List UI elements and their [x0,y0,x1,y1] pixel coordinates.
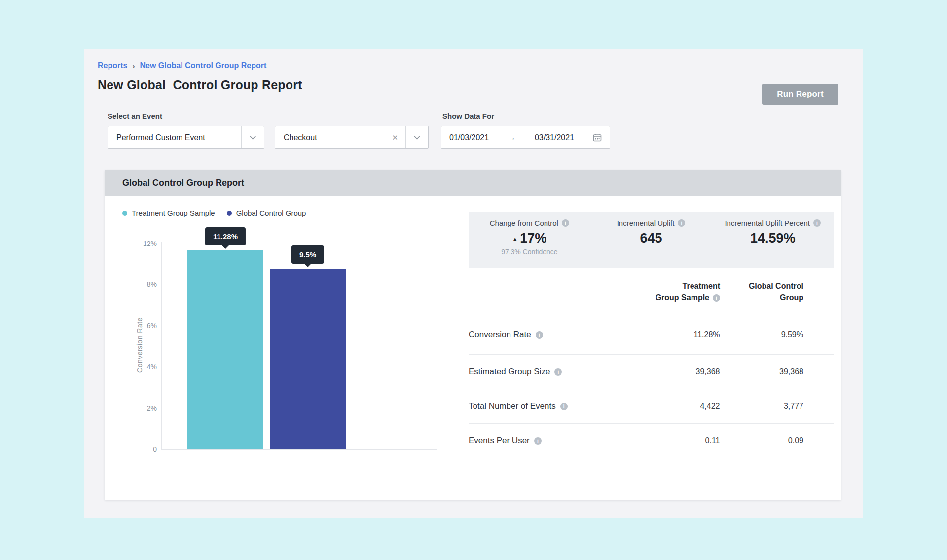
bar-value-tooltip: 9.5% [291,245,324,264]
treatment-value: 39,368 [640,354,729,389]
summary-stats: Change from Control i ▲17% 97.3% Confide… [469,212,834,268]
row-label: Conversion Ratei [469,315,640,354]
info-icon[interactable]: i [713,294,720,302]
control-value: 9.59% [729,315,834,354]
table-header-row: Treatment Group Samplei Global Control G… [469,275,834,315]
arrow-right-icon: → [508,133,516,142]
y-tick: 0 [153,445,157,453]
up-triangle-icon: ▲ [512,236,518,243]
column-header-control: Global Control Group [729,275,834,315]
info-icon[interactable]: i [536,331,543,339]
show-data-for-label: Show Data For [442,112,494,120]
empty-header-cell [469,275,640,315]
y-tick: 4% [147,363,157,371]
control-value: 3,777 [729,389,834,423]
bar-treatment-group [187,250,263,449]
bar-chart: 11.28% 9.5% [161,242,437,450]
report-panel: Global Control Group Report Treatment Gr… [105,170,841,500]
breadcrumb-link-current[interactable]: New Global Control Group Report [140,61,266,70]
stat-change-from-control: Change from Control i ▲17% 97.3% Confide… [469,219,590,268]
stat-label: Incremental Uplift i [590,219,712,227]
stat-label: Incremental Uplift Percent i [712,219,834,227]
treatment-value: 0.11 [640,423,729,458]
breadcrumb-link-reports[interactable]: Reports [98,61,127,70]
treatment-value: 11.28% [640,315,729,354]
stat-value: 645 [590,231,712,246]
confidence-text: 97.3% Confidence [469,248,590,256]
row-label: Total Number of Eventsi [469,389,640,423]
event-value: Checkout [284,133,317,142]
info-icon[interactable]: i [562,219,569,227]
y-tick: 2% [147,404,157,412]
treatment-value: 4,422 [640,389,729,423]
report-card: Reports › New Global Control Group Repor… [84,49,863,518]
run-report-button[interactable]: Run Report [762,84,838,105]
y-tick: 8% [147,280,157,288]
date-end-value[interactable]: 03/31/2021 [535,133,574,142]
control-value: 0.09 [729,423,834,458]
legend-item-control: Global Control Group [227,209,306,217]
chevron-down-icon[interactable] [242,126,264,148]
clear-icon[interactable]: ✕ [384,133,405,142]
control-value: 39,368 [729,354,834,389]
calendar-icon[interactable] [593,133,602,142]
stat-value: 14.59% [712,231,834,246]
chevron-down-icon[interactable] [406,126,428,148]
column-header-treatment: Treatment Group Samplei [640,275,729,315]
y-tick: 6% [147,322,157,330]
stat-incremental-uplift: Incremental Uplift i 645 [590,219,712,268]
info-icon[interactable]: i [534,437,542,445]
info-icon[interactable]: i [560,403,568,410]
breadcrumb-separator-icon: › [132,62,135,70]
stat-value: ▲17% [469,231,590,246]
table-row: Estimated Group Sizei 39,368 39,368 [469,354,834,389]
select-event-label: Select an Event [108,112,162,120]
page-title: New Global Control Group Report [98,78,302,92]
breadcrumb: Reports › New Global Control Group Repor… [98,61,266,70]
bar-value-tooltip: 11.28% [205,227,246,245]
stat-incremental-uplift-percent: Incremental Uplift Percent i 14.59% [712,219,834,268]
y-axis-ticks: 12% 8% 6% 4% 2% 0 [124,170,157,500]
info-icon[interactable]: i [554,368,562,376]
bar-global-control [270,269,346,449]
table-row: Events Per Useri 0.11 0.09 [469,423,834,458]
info-icon[interactable]: i [678,219,685,227]
row-label: Events Per Useri [469,423,640,458]
row-label: Estimated Group Sizei [469,354,640,389]
event-type-value: Performed Custom Event [116,133,205,142]
event-value-dropdown[interactable]: Checkout ✕ [275,126,429,149]
table-row: Total Number of Eventsi 4,422 3,777 [469,389,834,423]
event-type-dropdown[interactable]: Performed Custom Event [108,126,264,149]
date-range-picker[interactable]: 01/03/2021 → 03/31/2021 [441,126,610,149]
stat-label: Change from Control i [469,219,590,227]
legend-label: Global Control Group [236,209,306,217]
y-tick: 12% [143,240,157,247]
date-start-value[interactable]: 01/03/2021 [449,133,489,142]
table-row: Conversion Ratei 11.28% 9.59% [469,315,834,354]
info-icon[interactable]: i [813,219,821,227]
legend-dot-indigo-icon [227,211,232,216]
comparison-table: Treatment Group Samplei Global Control G… [469,275,834,458]
panel-title: Global Control Group Report [105,170,841,196]
